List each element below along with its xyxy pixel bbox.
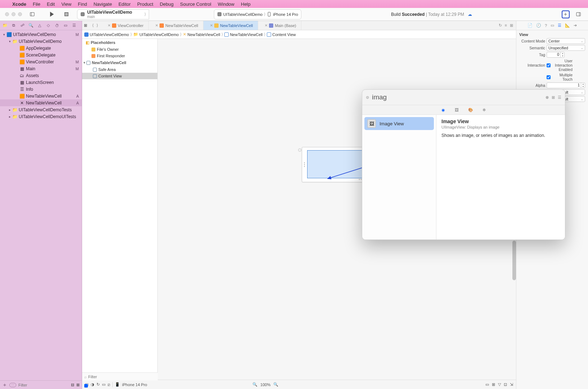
tag-stepper[interactable]: 0▴▾ <box>547 52 565 58</box>
stop-button[interactable] <box>61 10 72 18</box>
nav-row-1[interactable]: ▾📁UITableViewCellDemo <box>0 38 82 45</box>
embed-button[interactable]: ⊡ <box>504 382 507 387</box>
add-file-button[interactable]: ＋ <box>2 382 7 388</box>
add-editor-icon[interactable]: ⊞ <box>510 23 513 28</box>
media-category-icon[interactable]: 🖼 <box>454 107 460 113</box>
nav-row-3[interactable]: 🟧SceneDelegate <box>0 52 82 58</box>
semantic-select[interactable]: Unspecified⌄ <box>547 45 585 51</box>
library-item-image-view[interactable]: 🖼 Image View <box>364 117 434 130</box>
nav-row-5[interactable]: ▦MainM <box>0 65 82 72</box>
jump-bar[interactable]: UITableViewCellDemo⟩ 📁UITableViewCellDem… <box>82 30 516 39</box>
pin-button[interactable]: ⊞ <box>492 382 495 387</box>
menu-source-control[interactable]: Source Control <box>180 1 211 7</box>
editor-tab-0[interactable]: ✕ViewController <box>101 21 149 30</box>
size-inspector-icon[interactable]: 📐 <box>565 23 570 28</box>
nav-forward-button[interactable]: ⟩ <box>95 23 99 28</box>
navigator-filter-input[interactable] <box>18 383 69 387</box>
align-button[interactable]: ▭ <box>485 382 489 387</box>
menu-help[interactable]: Help <box>241 1 251 7</box>
identity-inspector-icon[interactable]: ▭ <box>551 23 554 28</box>
alpha-stepper[interactable]: 1▴▾ <box>547 82 585 88</box>
editor-tab-1[interactable]: ✕NewTableViewCell <box>149 21 203 30</box>
vary-traits-button[interactable]: ⎚ <box>108 383 110 387</box>
issue-navigator-icon[interactable]: △ <box>37 23 42 28</box>
nav-row-12[interactable]: ▸📁UITableViewCellDemoUITests <box>0 113 82 120</box>
toggle-inspector-button[interactable] <box>573 10 584 18</box>
clear-search-icon[interactable]: ⊗ <box>546 95 549 100</box>
snippets-category-icon[interactable]: ✻ <box>481 107 487 113</box>
debug-navigator-icon[interactable]: ⏱ <box>54 23 60 28</box>
nav-row-2[interactable]: 🟧AppDelegate <box>0 45 82 52</box>
zoom-value[interactable]: 100% <box>260 383 270 387</box>
close-icon[interactable] <box>5 12 9 16</box>
nav-row-0[interactable]: ▾🟦UITableViewCellDemoM <box>0 31 82 38</box>
resolve-button[interactable]: ▽ <box>498 382 501 387</box>
close-tab-icon[interactable]: ✕ <box>265 23 268 27</box>
find-navigator-icon[interactable]: 🔍 <box>28 23 34 28</box>
filter-scope-icon[interactable]: ⋯ <box>9 383 16 387</box>
objects-category-icon[interactable]: ◉ <box>440 107 446 113</box>
nav-row-10[interactable]: ✕NewTableViewCellA <box>0 99 82 106</box>
library-button[interactable]: ＋ <box>562 10 570 18</box>
menu-editor[interactable]: Editor <box>118 1 131 7</box>
menu-edit[interactable]: Edit <box>47 1 55 7</box>
menu-debug[interactable]: Debug <box>160 1 174 7</box>
breakpoint-navigator-icon[interactable]: ▭ <box>63 23 68 28</box>
history-inspector-icon[interactable]: 🕘 <box>536 23 541 28</box>
recent-filter-icon[interactable]: ⊟ <box>71 383 74 387</box>
attributes-inspector-icon[interactable]: ☰ <box>558 23 561 28</box>
orientation-button[interactable]: ↻ <box>96 382 100 387</box>
minimize-icon[interactable] <box>12 12 15 16</box>
symbol-navigator-icon[interactable]: ☍ <box>19 23 25 28</box>
nav-row-8[interactable]: ☰Info <box>0 86 82 93</box>
nav-row-9[interactable]: 🟧NewTableViewCellA <box>0 93 82 99</box>
device-phone-icon[interactable]: 📱 <box>115 382 120 387</box>
uie-checkbox[interactable]: User Interaction Enabled <box>547 59 573 72</box>
document-outline[interactable]: ◧Placeholders File's Owner First Respond… <box>82 39 158 380</box>
refresh-canvas-icon[interactable]: ↻ <box>499 23 502 28</box>
library-scope-icon[interactable]: ⊜ <box>366 95 369 100</box>
menu-file[interactable]: File <box>33 1 40 7</box>
connections-inspector-icon[interactable]: ➔ <box>574 23 577 28</box>
nav-row-11[interactable]: ▸📁UITableViewCellDemoTests <box>0 106 82 113</box>
stack-button[interactable]: ⇲ <box>510 382 513 387</box>
menu-find[interactable]: Find <box>78 1 87 7</box>
editor-tab-2[interactable]: ✕NewTableViewCell <box>203 21 258 30</box>
menu-navigate[interactable]: Navigate <box>94 1 112 7</box>
nav-row-4[interactable]: 🟧ViewControllerM <box>0 58 82 65</box>
outline-filter-input[interactable] <box>88 375 156 379</box>
color-category-icon[interactable]: 🎨 <box>468 107 473 113</box>
device-label[interactable]: iPhone 14 Pro <box>122 383 147 387</box>
file-inspector-icon[interactable]: 📄 <box>528 23 533 28</box>
accessibility-button[interactable]: ▭ <box>102 382 106 387</box>
list-view-icon[interactable]: ☰ <box>558 95 561 100</box>
nav-back-button[interactable]: ⟨ <box>91 23 95 28</box>
run-destination[interactable]: UITableViewCellDemo ⟩ iPhone 14 Pro <box>214 9 301 19</box>
zoom-icon[interactable] <box>18 12 22 16</box>
zoom-in-button[interactable]: 🔍 <box>273 382 278 387</box>
test-navigator-icon[interactable]: ◇ <box>45 23 51 28</box>
project-tree[interactable]: ▾🟦UITableViewCellDemoM▾📁UITableViewCellD… <box>0 30 82 380</box>
outline-files-owner[interactable]: File's Owner <box>82 46 157 53</box>
appearance-button[interactable]: ◑ <box>91 382 94 387</box>
project-navigator-icon[interactable]: 📁 <box>2 23 8 28</box>
content-mode-select[interactable]: Center⌄ <box>547 38 585 44</box>
report-navigator-icon[interactable]: ☰ <box>71 23 77 28</box>
menu-view[interactable]: View <box>61 1 71 7</box>
library-search-input[interactable] <box>372 93 543 101</box>
outline-content-view[interactable]: Content View <box>82 73 157 79</box>
scm-filter-icon[interactable]: ⊞ <box>76 383 80 387</box>
nav-row-7[interactable]: ▦LaunchScreen <box>0 79 82 86</box>
close-tab-icon[interactable]: ✕ <box>210 23 213 27</box>
minimap-toggle-icon[interactable] <box>84 384 88 388</box>
run-button[interactable] <box>46 10 57 18</box>
related-items-icon[interactable]: ⊞ <box>82 23 89 28</box>
outline-first-responder[interactable]: First Responder <box>82 53 157 59</box>
scheme-selector[interactable]: UITableViewCellDemo main ⟩ <box>77 9 149 19</box>
outline-safe-area[interactable]: Safe Area <box>82 66 157 73</box>
source-control-navigator-icon[interactable]: ⧉ <box>11 23 17 28</box>
adjust-editor-icon[interactable]: ≡ <box>505 23 507 28</box>
editor-tab-3[interactable]: ✕Main (Base) <box>258 21 301 30</box>
canvas-scrollbar[interactable] <box>512 241 516 280</box>
menu-window[interactable]: Window <box>218 1 234 7</box>
